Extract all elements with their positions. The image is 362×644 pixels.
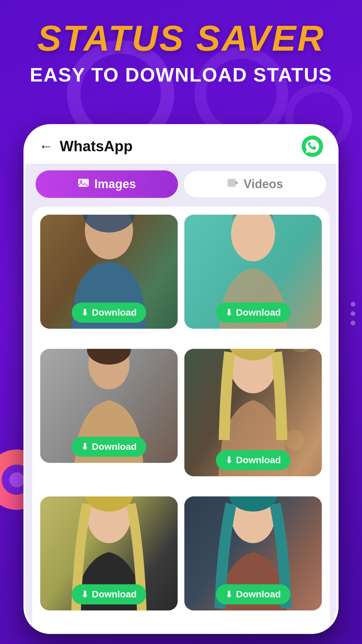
deco-dots-right [351,302,355,325]
download-btn-3[interactable]: ⬇ Download [72,437,146,457]
tab-videos-label: Videos [244,177,283,191]
svg-marker-4 [236,181,238,185]
topbar-title: WhatsApp [60,138,295,155]
download-icon-6: ⬇ [225,589,233,600]
image-card-1: ⬇ Download [40,215,178,329]
download-icon-1: ⬇ [81,308,88,318]
app-subtitle: EASY TO DOWNLOAD STATUS [13,63,349,87]
image-card-5: ⬇ Download [40,496,178,610]
download-btn-2[interactable]: ⬇ Download [216,303,290,323]
app-title: STATUS SAVER [13,20,349,56]
videos-tab-icon [227,177,239,192]
image-card-4: ⬇ Download [184,349,322,476]
svg-rect-3 [228,179,236,187]
download-btn-5[interactable]: ⬇ Download [72,584,146,604]
images-grid: ⬇ Download [32,207,330,632]
back-button[interactable]: ← [39,138,53,154]
tab-videos[interactable]: Videos [183,170,326,198]
image-card-2: ⬇ Download [184,215,322,329]
phone-mockup: ← WhatsApp [23,124,339,634]
download-icon-3: ⬇ [81,442,88,452]
download-icon-4: ⬇ [225,455,233,466]
download-icon-2: ⬇ [225,308,233,318]
download-icon-5: ⬇ [81,589,88,600]
phone-outer: ← WhatsApp [23,124,339,634]
image-card-3: ⬇ Download [40,349,178,463]
tab-bar: Images Videos [25,164,337,201]
phone-topbar: ← WhatsApp [25,126,337,164]
tab-images-label: Images [94,177,136,191]
phone-inner: ← WhatsApp [25,126,337,632]
image-card-6: ⬇ Download [184,496,322,610]
images-tab-icon [77,177,89,192]
tab-images[interactable]: Images [36,170,178,198]
svg-point-2 [80,180,82,182]
header-section: STATUS SAVER EASY TO DOWNLOAD STATUS [0,20,362,87]
download-btn-1[interactable]: ⬇ Download [72,303,146,323]
download-btn-4[interactable]: ⬇ Download [216,450,290,470]
whatsapp-icon [302,136,323,157]
download-btn-6[interactable]: ⬇ Download [216,584,290,604]
